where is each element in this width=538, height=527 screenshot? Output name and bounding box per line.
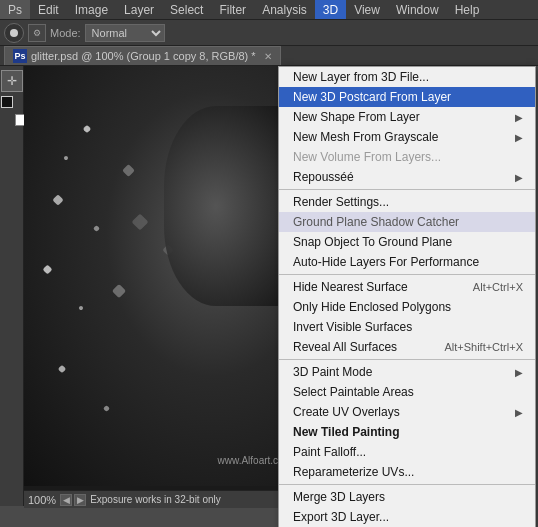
dropdown-container: New Layer from 3D File... New 3D Postcar… [278, 66, 536, 527]
separator-3 [279, 359, 535, 360]
zoom-level: 100% [28, 494, 56, 506]
menu-view[interactable]: View [346, 0, 388, 19]
dd-export-3d-layer[interactable]: Export 3D Layer... [279, 507, 535, 527]
dd-auto-hide-layers[interactable]: Auto-Hide Layers For Performance [279, 252, 535, 272]
dd-new-3d-postcard[interactable]: New 3D Postcard From Layer [279, 87, 535, 107]
sparkle [83, 125, 91, 133]
menu-filter[interactable]: Filter [211, 0, 254, 19]
menu-image[interactable]: Image [67, 0, 116, 19]
document-tab[interactable]: Ps glitter.psd @ 100% (Group 1 copy 8, R… [4, 46, 281, 65]
dd-snap-object[interactable]: Snap Object To Ground Plane [279, 232, 535, 252]
sparkle [43, 265, 53, 275]
dd-repoussee[interactable]: Repousséé ▶ [279, 167, 535, 187]
canvas[interactable]: www.Alfoart.com [24, 66, 294, 486]
dd-reparameterize-uvs[interactable]: Reparameterize UVs... [279, 462, 535, 482]
sparkle [93, 225, 100, 232]
dd-merge-3d-layers[interactable]: Merge 3D Layers [279, 487, 535, 507]
3d-dropdown-menu: New Layer from 3D File... New 3D Postcar… [278, 66, 536, 527]
sparkle [103, 405, 110, 412]
sparkle [58, 365, 66, 373]
toolbar: ⚙ Mode: Normal [0, 20, 538, 46]
main-content: ✛ www.Alfoart.com 100% [0, 66, 538, 508]
dd-new-mesh-from-grayscale[interactable]: New Mesh From Grayscale ▶ [279, 127, 535, 147]
tools-sidebar: ✛ [0, 66, 24, 506]
nav-prev[interactable]: ◀ [60, 494, 72, 506]
status-text: Exposure works in 32-bit only [90, 494, 290, 505]
mode-select[interactable]: Normal [85, 24, 165, 42]
dd-select-paintable[interactable]: Select Paintable Areas [279, 382, 535, 402]
dd-3d-paint-mode[interactable]: 3D Paint Mode ▶ [279, 362, 535, 382]
menu-layer[interactable]: Layer [116, 0, 162, 19]
dd-ground-plane-shadow[interactable]: Ground Plane Shadow Catcher [279, 212, 535, 232]
nav-controls: ◀ ▶ [60, 494, 86, 506]
tab-close-icon[interactable]: ✕ [264, 51, 272, 62]
fg-color-swatch[interactable] [1, 96, 13, 108]
sparkle [112, 284, 126, 298]
sparkle [122, 164, 135, 177]
menu-3d[interactable]: 3D [315, 0, 346, 19]
mode-label: Mode: [50, 27, 81, 39]
tab-bar: Ps glitter.psd @ 100% (Group 1 copy 8, R… [0, 46, 538, 66]
sparkle [63, 155, 69, 161]
separator-4 [279, 484, 535, 485]
menu-ps[interactable]: Ps [0, 0, 30, 19]
menu-bar: Ps Edit Image Layer Select Filter Analys… [0, 0, 538, 20]
dd-new-tiled-painting[interactable]: New Tiled Painting [279, 422, 535, 442]
sparkle [78, 305, 84, 311]
separator-2 [279, 274, 535, 275]
dd-new-volume-from-layers[interactable]: New Volume From Layers... [279, 147, 535, 167]
3d-shape [164, 106, 294, 306]
status-bar: 100% ◀ ▶ Exposure works in 32-bit only [24, 490, 294, 508]
menu-help[interactable]: Help [447, 0, 488, 19]
ps-tab-icon: Ps [13, 49, 27, 63]
dd-render-settings[interactable]: Render Settings... [279, 192, 535, 212]
dd-new-shape-from-layer[interactable]: New Shape From Layer ▶ [279, 107, 535, 127]
color-swatches[interactable] [1, 96, 23, 122]
dd-only-hide-enclosed[interactable]: Only Hide Enclosed Polygons [279, 297, 535, 317]
sparkle [132, 214, 149, 231]
dd-new-layer-from-3d[interactable]: New Layer from 3D File... [279, 67, 535, 87]
menu-window[interactable]: Window [388, 0, 447, 19]
menu-analysis[interactable]: Analysis [254, 0, 315, 19]
canvas-wrapper: www.Alfoart.com 100% ◀ ▶ Exposure works … [24, 66, 278, 508]
separator-1 [279, 189, 535, 190]
nav-next[interactable]: ▶ [74, 494, 86, 506]
move-tool[interactable]: ✛ [1, 70, 23, 92]
menu-edit[interactable]: Edit [30, 0, 67, 19]
sparkle [52, 194, 63, 205]
dd-paint-falloff[interactable]: Paint Falloff... [279, 442, 535, 462]
tool-icon[interactable] [4, 23, 24, 43]
dd-invert-visible-surfaces[interactable]: Invert Visible Surfaces [279, 317, 535, 337]
dd-reveal-all-surfaces[interactable]: Reveal All Surfaces Alt+Shift+Ctrl+X [279, 337, 535, 357]
menu-select[interactable]: Select [162, 0, 211, 19]
tab-filename: glitter.psd @ 100% (Group 1 copy 8, RGB/… [31, 50, 256, 62]
dd-create-uv-overlays[interactable]: Create UV Overlays ▶ [279, 402, 535, 422]
brush-options-icon[interactable]: ⚙ [28, 24, 46, 42]
dd-hide-nearest-surface[interactable]: Hide Nearest Surface Alt+Ctrl+X [279, 277, 535, 297]
